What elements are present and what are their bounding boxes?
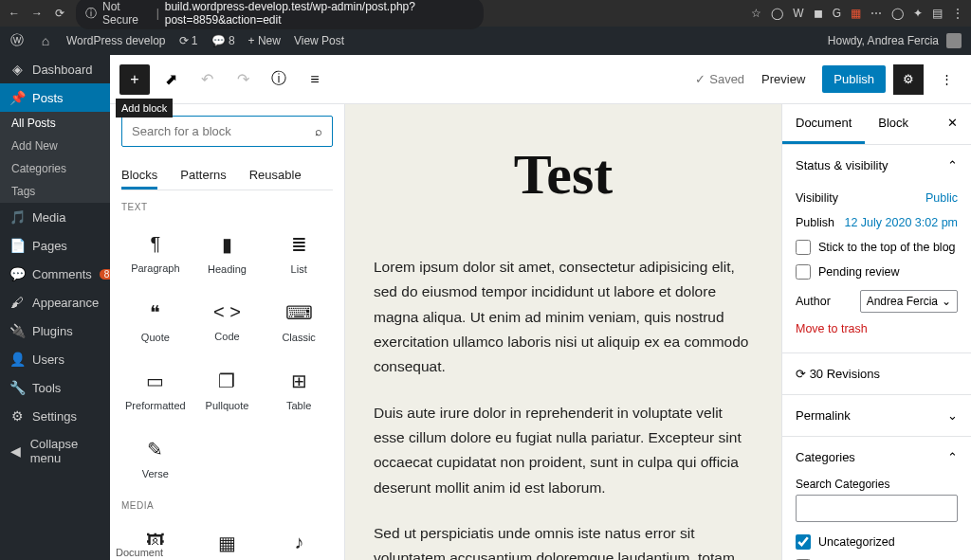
block-gallery[interactable]: ▦Gallery (193, 518, 262, 560)
sidebar-item-comments[interactable]: 💬Comments 8 (0, 260, 110, 288)
editor-toolbar: + ⬈ ↶ ↷ ⓘ ≡ Add block ✓ Saved Preview Pu… (110, 55, 971, 104)
sidebar-item-posts[interactable]: 📌Posts (0, 83, 110, 112)
ext-icon[interactable]: ◼ (814, 7, 823, 20)
brush-icon: 🖌 (9, 295, 25, 310)
tab-blocks[interactable]: Blocks (121, 160, 157, 190)
updates-icon[interactable]: ⟳ 1 (179, 34, 198, 47)
sidebar-sub-all-posts[interactable]: All Posts (0, 112, 110, 135)
tab-block[interactable]: Block (865, 104, 922, 144)
panel-status[interactable]: Status & visibility⌃ (782, 145, 971, 186)
view-post-link[interactable]: View Post (294, 34, 344, 47)
visibility-value[interactable]: Public (925, 191, 958, 205)
redo-button[interactable]: ↷ (228, 64, 258, 95)
cat-uncategorized[interactable]: Uncategorized (796, 530, 958, 554)
sidebar-item-pages[interactable]: 📄Pages (0, 231, 110, 260)
home-icon[interactable]: ⌂ (38, 33, 53, 48)
sidebar-collapse[interactable]: ◀Collapse menu (0, 430, 110, 472)
add-block-button[interactable]: + (119, 64, 150, 95)
sidebar-sub-add-new[interactable]: Add New (0, 135, 110, 157)
sidebar-sub-categories[interactable]: Categories (0, 157, 110, 180)
block-table[interactable]: ⊞Table (265, 356, 333, 421)
sidebar-item-users[interactable]: 👤Users (0, 345, 110, 373)
sidebar-item-plugins[interactable]: 🔌Plugins (0, 316, 110, 345)
cat-aciform[interactable]: aciform (796, 554, 958, 560)
panel-revisions[interactable]: ⟳ 30 Revisions (782, 353, 971, 394)
star-icon[interactable]: ☆ (751, 7, 761, 20)
publish-date[interactable]: 12 July 2020 3:02 pm (844, 216, 958, 229)
tab-patterns[interactable]: Patterns (180, 160, 226, 190)
ext-icon[interactable]: ▤ (932, 7, 943, 20)
ext-icon[interactable]: ⋯ (870, 7, 882, 20)
sidebar-item-settings[interactable]: ⚙Settings (0, 402, 110, 430)
search-categories-input[interactable] (796, 495, 958, 522)
tab-document[interactable]: Document (782, 104, 865, 144)
wp-logo-icon[interactable]: ⓦ (9, 33, 25, 48)
block-heading[interactable]: ▮Heading (193, 220, 262, 284)
settings-toggle-button[interactable]: ⚙ (893, 64, 924, 95)
ext-icon[interactable]: W (793, 7, 803, 20)
block-icon: ≣ (291, 233, 307, 256)
info-button[interactable]: ⓘ (264, 64, 294, 95)
back-icon[interactable]: ← (8, 7, 21, 20)
panel-categories[interactable]: Categories⌃ (782, 437, 971, 478)
ext-icon[interactable]: ✦ (913, 7, 923, 20)
paragraph-block[interactable]: Lorem ipsum dolor sit amet, consectetur … (374, 255, 753, 380)
paragraph-block[interactable]: Sed ut perspiciatis unde omnis iste natu… (374, 521, 753, 560)
security-label: Not Secure (102, 0, 151, 27)
wrench-icon: 🔧 (9, 380, 25, 395)
block-paragraph[interactable]: ¶Paragraph (121, 220, 190, 284)
block-preformatted[interactable]: ▭Preformatted (121, 356, 190, 421)
howdy-text[interactable]: Howdy, Andrea Fercia (828, 34, 939, 47)
post-title[interactable]: Test (374, 142, 753, 208)
preview-button[interactable]: Preview (752, 66, 815, 92)
comments-icon[interactable]: 💬 8 (211, 34, 235, 47)
avatar-icon[interactable] (946, 33, 962, 48)
select-tool-button[interactable]: ⬈ (156, 64, 186, 95)
sidebar-item-tools[interactable]: 🔧Tools (0, 373, 110, 402)
close-settings-button[interactable]: ✕ (934, 104, 971, 144)
sidebar-item-appearance[interactable]: 🖌Appearance (0, 288, 110, 316)
ext-icon[interactable]: G (833, 7, 841, 20)
block-search-input[interactable] (132, 124, 315, 138)
chevron-down-icon: ⌄ (942, 295, 951, 308)
move-to-trash[interactable]: Move to trash (796, 318, 958, 339)
block-list[interactable]: ≣List (265, 220, 333, 284)
sidebar-item-dashboard[interactable]: ◈Dashboard (0, 55, 110, 83)
publish-button[interactable]: Publish (822, 65, 886, 93)
block-code[interactable]: < >Code (193, 288, 262, 352)
settings-icon: ⚙ (9, 408, 25, 424)
reload-icon[interactable]: ⟳ (53, 7, 66, 20)
site-name[interactable]: WordPress develop (66, 34, 166, 47)
sidebar-item-media[interactable]: 🎵Media (0, 203, 110, 231)
forward-icon[interactable]: → (30, 7, 44, 20)
status-bar: Document (110, 545, 169, 560)
ext-icon[interactable]: ◯ (771, 7, 783, 20)
address-bar[interactable]: ⓘ Not Secure | build.wordpress-develop.t… (76, 0, 484, 29)
chevron-up-icon: ⌃ (947, 158, 958, 172)
block-verse[interactable]: ✎Verse (121, 425, 190, 489)
author-select[interactable]: Andrea Fercia ⌄ (860, 290, 958, 313)
sticky-checkbox[interactable]: Stick to the top of the blog (796, 235, 958, 260)
undo-button[interactable]: ↶ (192, 64, 222, 95)
block-inserter: ⌕ Blocks Patterns Reusable TEXT ¶Paragra… (110, 104, 345, 560)
block-icon: ▦ (218, 532, 236, 554)
block-pullquote[interactable]: ❐Pullquote (193, 356, 262, 421)
editor-canvas[interactable]: Test Lorem ipsum dolor sit amet, consect… (345, 104, 781, 560)
panel-permalink[interactable]: Permalink⌄ (782, 395, 971, 436)
outline-button[interactable]: ≡ (300, 64, 330, 95)
new-button[interactable]: + New (248, 34, 281, 47)
sidebar-sub-tags[interactable]: Tags (0, 180, 110, 203)
more-menu-button[interactable]: ⋮ (931, 64, 962, 95)
menu-icon[interactable]: ⋮ (952, 7, 963, 20)
ext-icon[interactable]: ▦ (851, 7, 861, 20)
paragraph-block[interactable]: Duis aute irure dolor in reprehenderit i… (374, 401, 753, 500)
block-search[interactable]: ⌕ (121, 116, 333, 147)
ext-icon[interactable]: ◯ (891, 7, 904, 20)
tab-reusable[interactable]: Reusable (249, 160, 302, 190)
block-classic[interactable]: ⌨Classic (265, 288, 333, 352)
block-quote[interactable]: ❝Quote (121, 288, 190, 352)
url-text: build.wordpress-develop.test/wp-admin/po… (165, 0, 474, 27)
pending-checkbox[interactable]: Pending review (796, 260, 958, 284)
page-icon: 📄 (9, 238, 25, 253)
block-audio[interactable]: ♪Audio (265, 518, 333, 560)
